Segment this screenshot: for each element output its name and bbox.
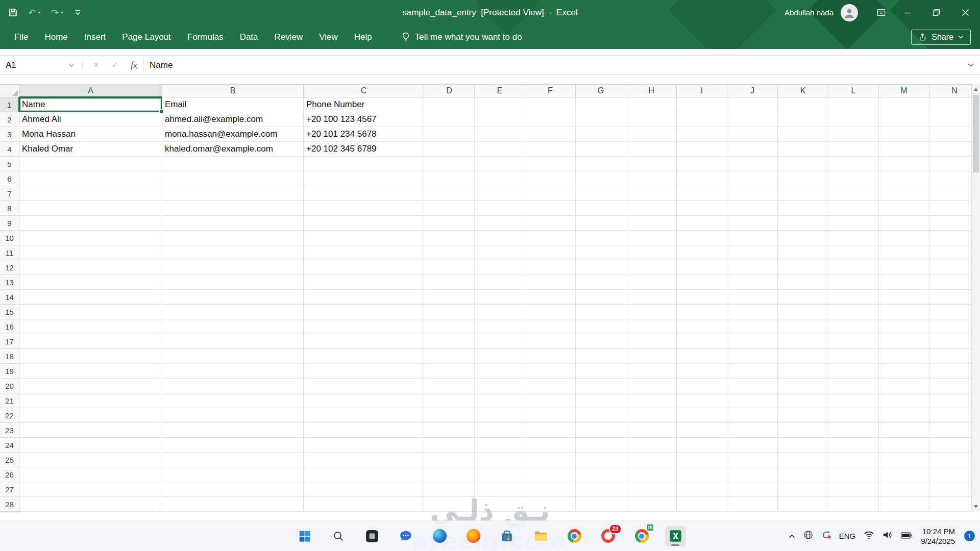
- cell-C13[interactable]: [304, 275, 424, 290]
- cell-N8[interactable]: [929, 201, 971, 216]
- cell-C15[interactable]: [304, 305, 424, 319]
- cell-F27[interactable]: [525, 482, 576, 497]
- cell-G19[interactable]: [576, 364, 626, 379]
- cell-B2[interactable]: ahmed.ali@example.com: [162, 112, 304, 127]
- cell-B28[interactable]: [162, 497, 304, 512]
- avatar[interactable]: [841, 4, 858, 21]
- cell-M24[interactable]: [879, 438, 929, 453]
- cell-K9[interactable]: [778, 216, 828, 231]
- cell-D27[interactable]: [424, 482, 475, 497]
- cell-A16[interactable]: [19, 319, 162, 334]
- cell-F7[interactable]: [525, 186, 576, 201]
- column-header-G[interactable]: G: [576, 85, 626, 97]
- formula-bar-input[interactable]: Name: [144, 56, 962, 74]
- cell-F4[interactable]: [525, 142, 576, 157]
- cell-J24[interactable]: [727, 438, 778, 453]
- cell-J8[interactable]: [727, 201, 778, 216]
- cell-G4[interactable]: [576, 142, 626, 157]
- cell-F8[interactable]: [525, 201, 576, 216]
- cell-L24[interactable]: [828, 438, 879, 453]
- cell-E10[interactable]: [475, 231, 525, 245]
- cell-I18[interactable]: [677, 349, 727, 364]
- cell-A11[interactable]: [19, 245, 162, 260]
- cell-H16[interactable]: [626, 319, 677, 334]
- cell-L3[interactable]: [828, 127, 879, 142]
- cell-N5[interactable]: [929, 157, 971, 171]
- cell-H15[interactable]: [626, 305, 677, 319]
- cell-B7[interactable]: [162, 186, 304, 201]
- cell-J16[interactable]: [727, 319, 778, 334]
- cell-C21[interactable]: [304, 393, 424, 408]
- cell-I28[interactable]: [677, 497, 727, 512]
- cell-A20[interactable]: [19, 379, 162, 393]
- tray-update-button[interactable]: [821, 530, 831, 542]
- cell-I13[interactable]: [677, 275, 727, 290]
- cell-J21[interactable]: [727, 393, 778, 408]
- cell-L12[interactable]: [828, 260, 879, 275]
- cell-B11[interactable]: [162, 245, 304, 260]
- cell-B14[interactable]: [162, 290, 304, 305]
- cell-J12[interactable]: [727, 260, 778, 275]
- column-header-C[interactable]: C: [304, 85, 424, 97]
- cell-A4[interactable]: Khaled Omar: [19, 142, 162, 157]
- cell-A28[interactable]: [19, 497, 162, 512]
- cell-D2[interactable]: [424, 112, 475, 127]
- cell-L13[interactable]: [828, 275, 879, 290]
- cell-N17[interactable]: [929, 334, 971, 349]
- cell-K12[interactable]: [778, 260, 828, 275]
- cell-D11[interactable]: [424, 245, 475, 260]
- cell-D28[interactable]: [424, 497, 475, 512]
- column-header-E[interactable]: E: [475, 85, 525, 97]
- cell-B26[interactable]: [162, 467, 304, 482]
- cell-G9[interactable]: [576, 216, 626, 231]
- cell-G15[interactable]: [576, 305, 626, 319]
- cell-H4[interactable]: [626, 142, 677, 157]
- cell-J1[interactable]: [727, 97, 778, 112]
- cell-C27[interactable]: [304, 482, 424, 497]
- cell-J11[interactable]: [727, 245, 778, 260]
- chrome-profile-button[interactable]: m: [631, 526, 652, 546]
- cell-N3[interactable]: [929, 127, 971, 142]
- column-header-D[interactable]: D: [424, 85, 475, 97]
- cell-J3[interactable]: [727, 127, 778, 142]
- cell-G21[interactable]: [576, 393, 626, 408]
- cell-F24[interactable]: [525, 438, 576, 453]
- cell-N15[interactable]: [929, 305, 971, 319]
- cell-E18[interactable]: [475, 349, 525, 364]
- cell-C10[interactable]: [304, 231, 424, 245]
- cell-A23[interactable]: [19, 423, 162, 438]
- cell-C7[interactable]: [304, 186, 424, 201]
- cell-B24[interactable]: [162, 438, 304, 453]
- cell-H19[interactable]: [626, 364, 677, 379]
- account-user-name[interactable]: Abdullah nada: [785, 8, 834, 17]
- close-button[interactable]: [951, 0, 980, 25]
- cell-M21[interactable]: [879, 393, 929, 408]
- taskbar-clock[interactable]: 10:24 PM 9/24/2025: [921, 527, 955, 546]
- cell-N10[interactable]: [929, 231, 971, 245]
- cell-C24[interactable]: [304, 438, 424, 453]
- row-header-20[interactable]: 20: [0, 379, 19, 393]
- cell-M4[interactable]: [879, 142, 929, 157]
- cell-M11[interactable]: [879, 245, 929, 260]
- cell-G26[interactable]: [576, 467, 626, 482]
- cell-M16[interactable]: [879, 319, 929, 334]
- cell-K25[interactable]: [778, 453, 828, 467]
- cell-K27[interactable]: [778, 482, 828, 497]
- cell-N21[interactable]: [929, 393, 971, 408]
- minimize-button[interactable]: [893, 0, 922, 25]
- cell-M1[interactable]: [879, 97, 929, 112]
- cell-B23[interactable]: [162, 423, 304, 438]
- cell-D1[interactable]: [424, 97, 475, 112]
- cell-H13[interactable]: [626, 275, 677, 290]
- cell-D25[interactable]: [424, 453, 475, 467]
- cell-F22[interactable]: [525, 408, 576, 423]
- row-header-16[interactable]: 16: [0, 319, 19, 334]
- cell-I17[interactable]: [677, 334, 727, 349]
- cell-E1[interactable]: [475, 97, 525, 112]
- cell-H26[interactable]: [626, 467, 677, 482]
- cell-N20[interactable]: [929, 379, 971, 393]
- cell-H21[interactable]: [626, 393, 677, 408]
- cell-K10[interactable]: [778, 231, 828, 245]
- cell-B10[interactable]: [162, 231, 304, 245]
- cell-F17[interactable]: [525, 334, 576, 349]
